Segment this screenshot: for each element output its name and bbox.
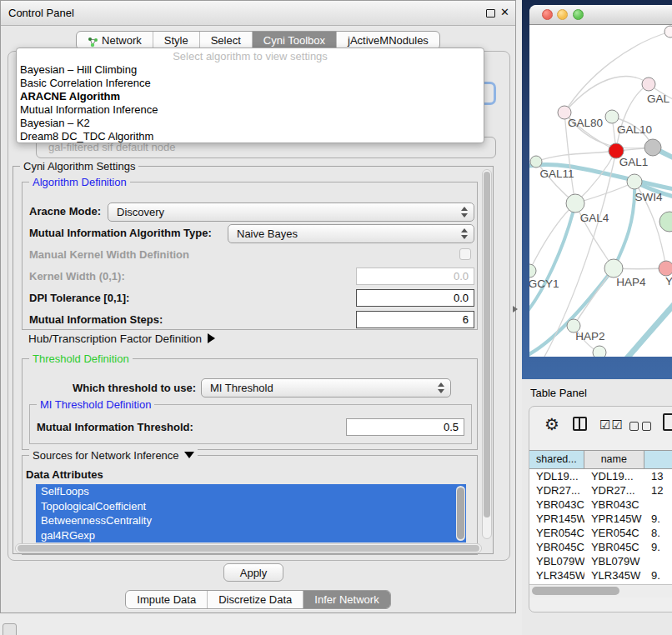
table-row[interactable]: YBR045CYBR045C9. [529,540,672,554]
aracne-mode-label: Aracne Mode: [29,204,101,219]
manual-kernel-width-checkbox[interactable] [459,248,471,260]
node-swi4[interactable] [627,174,642,189]
node-gray[interactable] [644,139,661,156]
data-attributes-list[interactable]: SelfLoopsTopologicalCoefficientBetweenne… [36,484,466,542]
network-window-titlebar[interactable] [529,5,672,25]
table-row[interactable]: YDR27...YDR27...12 [529,483,672,498]
tab-impute-data[interactable]: Impute Data [126,591,207,608]
table-cell: 9. [644,568,672,582]
tab-network[interactable]: Network [77,32,153,49]
attribute-item-topologicalcoefficient[interactable]: TopologicalCoefficient [36,499,466,514]
mi-algorithm-type-combobox[interactable]: Naive Bayes [228,224,474,243]
table-cell: YER054C [529,526,584,540]
dpi-tolerance-field[interactable]: 0.0 [356,289,474,307]
tab-style[interactable]: Style [153,32,199,49]
tab-select[interactable]: Select [199,32,252,49]
aracne-mode-value: Discovery [117,206,164,218]
attribute-item-gal4rgexp[interactable]: gal4RGexp [36,528,466,543]
node-gal4[interactable] [566,194,584,212]
apply-button[interactable]: Apply [223,563,283,582]
node-label-gal1: GAL1 [619,156,649,168]
table-row[interactable]: YPR145WYPR145W9. [529,512,672,526]
node-right-large[interactable] [659,212,672,232]
select-all-columns-icon[interactable]: ☑☑ [599,418,624,432]
import-table-icon[interactable] [663,413,672,431]
which-threshold-value: MI Threshold [210,382,273,394]
column-header-shared[interactable]: shared... [529,450,584,469]
algorithm-option-basic-correlation-inference[interactable]: Basic Correlation Inference [17,77,484,90]
table-row[interactable]: YLR345WYLR345W9. [529,568,672,582]
minimize-window-icon[interactable] [557,9,568,20]
kernel-width-field[interactable]: 0.0 [356,268,474,285]
tab-style-label: Style [164,32,188,49]
zoom-window-icon[interactable] [573,9,584,20]
deselect-all-columns-icon[interactable] [629,419,654,434]
algorithm-option-mutual-information-inference[interactable]: Mutual Information Inference [17,103,484,117]
table-panel: Table Panel ⚙ ☑☑ shared...nameA YDL19...… [522,379,672,635]
node-label-gal11: GAL11 [539,168,574,180]
settings-horizontal-scrollbar[interactable] [15,543,482,553]
node-table-card: ⚙ ☑☑ shared...nameA YDL19...YDL19...13YD… [529,406,672,612]
node-bottom[interactable] [593,346,606,357]
attribute-item-betweennesscentrality[interactable]: BetweennessCentrality [36,513,466,528]
threshold-definition-group: Threshold Definition Which threshold to … [22,358,478,450]
algorithm-option-bayesian-k2[interactable]: Bayesian – K2 [17,117,484,130]
node-gcy1[interactable] [529,264,536,278]
threshold-definition-title: Threshold Definition [29,352,133,365]
which-threshold-combobox[interactable]: MI Threshold [201,378,451,398]
table-horizontal-scrollbar[interactable] [529,584,672,598]
table-cell: YDL19... [584,469,644,483]
stepper-arrows-icon [461,206,469,218]
algorithm-option-aracne-algorithm[interactable]: ARACNE Algorithm [17,90,484,103]
kernel-width-label: Kernel Width (0,1): [29,269,125,284]
column-header-a[interactable]: A [644,450,672,469]
tab-jactivemnodules[interactable]: jActiveMNodules [336,32,439,49]
attribute-item-selfloops[interactable]: SelfLoops [36,484,466,499]
algorithm-option-dream8-dc-tdc-algorithm[interactable]: Dream8 DC_TDC Algorithm [17,130,484,143]
table-row[interactable]: YER054CYER054C8. [529,526,672,540]
node-arc[interactable] [664,26,672,38]
control-panel-titlebar: Control Panel ✕ [1,1,515,26]
table-cell: YPR145W [584,512,644,526]
control-panel-window: Control Panel ✕ NetworkStyleSelectCyni T… [0,0,516,613]
tab-discretize-data[interactable]: Discretize Data [207,591,303,608]
algorithm-definition-group: Algorithm Definition Aracne Mode: Discov… [22,182,478,330]
table-row[interactable]: YBL079WYBL079W [529,554,672,568]
collapse-down-icon [184,452,194,458]
list-scrollbar[interactable] [456,486,465,541]
table-cell: YBR043C [584,498,644,512]
table-row[interactable]: YDL19...YDL19...13 [529,469,672,483]
close-panel-icon[interactable]: ✕ [500,6,509,18]
splitter-collapse-icon[interactable] [513,306,518,312]
columns-icon[interactable] [573,417,587,431]
sources-group-title[interactable]: Sources for Network Inference [29,449,198,462]
node-gal10[interactable] [605,110,619,123]
dpi-tolerance-value: 0.0 [454,292,469,304]
settings-vertical-scrollbar[interactable] [482,169,492,539]
collapsed-panel-button[interactable] [3,623,17,635]
algorithm-option-bayesian-hill-climbing[interactable]: Bayesian – Hill Climbing [17,63,484,77]
table-row[interactable]: YBR043CYBR043C [529,498,672,512]
float-panel-icon[interactable] [486,9,495,18]
network-icon [88,35,98,46]
tab-cyni-toolbox[interactable]: Cyni Toolbox [252,32,336,49]
node-hap4[interactable] [604,259,623,278]
tab-network-label: Network [102,32,142,49]
mi-threshold-definition-group: MI Threshold Definition Mutual Informati… [29,404,472,444]
aracne-mode-combobox[interactable]: Discovery [108,202,474,222]
mi-steps-field[interactable]: 6 [356,311,474,328]
tab-infer-network[interactable]: Infer Network [303,591,389,608]
column-header-name[interactable]: name [584,450,644,469]
network-view-frame: GALGAL80GAL10GAL1GAL11SWI4GAL4GCY1HAP4YH… [522,0,672,379]
gear-icon[interactable]: ⚙ [544,414,559,434]
close-window-icon[interactable] [542,9,553,20]
mi-threshold-field[interactable]: 0.5 [346,418,464,436]
node-label-swi4: SWI4 [634,191,662,203]
node-salmon[interactable] [659,261,672,276]
table-cell: 9. [644,512,672,526]
node-top-right[interactable] [642,78,655,91]
network-canvas[interactable]: GALGAL80GAL10GAL1GAL11SWI4GAL4GCY1HAP4YH… [529,25,672,357]
node-left[interactable] [530,156,542,168]
stepper-arrows-icon [461,228,469,240]
hub-tf-definition-toggle[interactable]: Hub/Transcription Factor Definition [28,332,215,347]
